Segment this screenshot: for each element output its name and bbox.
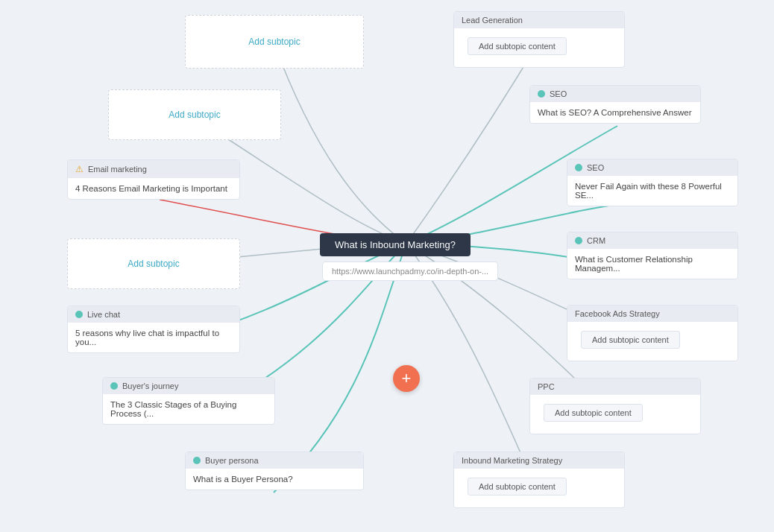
buyers-journey-header: Buyer's journey: [103, 378, 274, 394]
facebook-ads-node: Facebook Ads Strategy Add subtopic conte…: [567, 305, 738, 361]
buyer-persona-header: Buyer persona: [186, 452, 363, 469]
lead-generation-header: Lead Generation: [454, 12, 624, 28]
email-marketing-node: ⚠ Email marketing 4 Reasons Email Market…: [67, 159, 240, 200]
ppc-header: PPC: [530, 379, 700, 395]
add-subtopic-label-2: Add subtopic: [169, 110, 220, 120]
email-marketing-body: 4 Reasons Email Marketing is Important: [68, 178, 239, 199]
buyers-journey-icon: [110, 382, 118, 390]
live-chat-body: 5 reasons why live chat is impactful to …: [68, 323, 239, 352]
inbound-marketing-node: Inbound Marketing Strategy Add subtopic …: [453, 452, 625, 508]
mind-map-canvas: What is Inbound Marketing? https://www.l…: [0, 0, 774, 532]
live-chat-header: Live chat: [68, 306, 239, 323]
buyer-persona-icon: [193, 457, 201, 464]
crm-icon: [575, 237, 582, 244]
seo-header-1: SEO: [530, 86, 700, 102]
buyers-journey-node: Buyer's journey The 3 Classic Stages of …: [102, 377, 275, 425]
lead-generation-add-btn[interactable]: Add subtopic content: [468, 37, 567, 55]
center-title: What is Inbound Marketing?: [335, 239, 456, 250]
crm-header: CRM: [567, 232, 737, 249]
center-url-node: https://www.launchpadmy.co/in-depth-on-.…: [322, 262, 498, 281]
buyer-persona-body: What is a Buyer Persona?: [186, 469, 363, 490]
facebook-ads-header: Facebook Ads Strategy: [567, 305, 737, 322]
seo-body-2: Never Fail Again with these 8 Powerful S…: [567, 176, 737, 206]
live-chat-node: Live chat 5 reasons why live chat is imp…: [67, 305, 240, 353]
seo-header-2: SEO: [567, 159, 737, 176]
add-node-button[interactable]: +: [393, 365, 420, 392]
add-subtopic-node-2[interactable]: Add subtopic: [108, 89, 281, 140]
add-subtopic-node-3[interactable]: Add subtopic: [67, 238, 240, 289]
seo-icon-1: [538, 90, 545, 98]
seo-node-1: SEO What is SEO? A Comprehensive Answer: [529, 85, 701, 124]
plus-icon: +: [402, 370, 412, 387]
seo-icon-2: [575, 164, 582, 171]
facebook-ads-add-btn[interactable]: Add subtopic content: [581, 331, 680, 349]
seo-node-2: SEO Never Fail Again with these 8 Powerf…: [567, 159, 738, 206]
lead-generation-node: Lead Generation Add subtopic content: [453, 11, 625, 68]
warning-icon: ⚠: [75, 164, 84, 174]
center-node[interactable]: What is Inbound Marketing?: [320, 233, 471, 256]
inbound-marketing-header: Inbound Marketing Strategy: [454, 452, 624, 469]
crm-node: CRM What is Customer Relationship Manage…: [567, 232, 738, 279]
email-marketing-header: ⚠ Email marketing: [68, 160, 239, 178]
add-subtopic-label-1: Add subtopic: [248, 37, 300, 47]
inbound-marketing-add-btn[interactable]: Add subtopic content: [468, 478, 567, 495]
add-subtopic-node-1[interactable]: Add subtopic: [185, 15, 364, 69]
center-url-text: https://www.launchpadmy.co/in-depth-on-.…: [332, 267, 488, 276]
live-chat-icon: [75, 311, 83, 318]
crm-body: What is Customer Relationship Managem...: [567, 249, 737, 279]
ppc-node: PPC Add subtopic content: [529, 378, 701, 434]
seo-body-1: What is SEO? A Comprehensive Answer: [530, 102, 700, 123]
ppc-add-btn[interactable]: Add subtopic content: [544, 404, 643, 422]
buyers-journey-body: The 3 Classic Stages of a Buying Process…: [103, 394, 274, 424]
buyer-persona-node: Buyer persona What is a Buyer Persona?: [185, 452, 364, 490]
add-subtopic-label-3: Add subtopic: [128, 259, 179, 269]
